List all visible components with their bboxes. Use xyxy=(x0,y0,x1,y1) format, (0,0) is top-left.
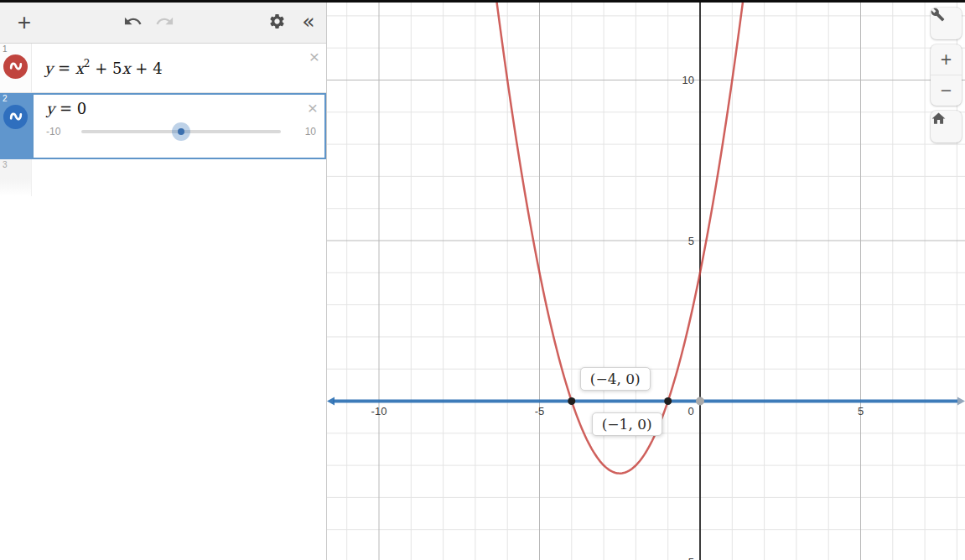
expression-text-1[interactable]: y = x2 + 5x + 4 xyxy=(44,59,326,77)
expression-content-1[interactable]: y = x2 + 5x + 4 × xyxy=(32,44,326,92)
graph-area[interactable]: -10-505105-5 (−4, 0)(−1, 0) + − xyxy=(327,3,965,560)
gear-icon xyxy=(268,13,286,33)
expression-gutter-3: 3 xyxy=(0,159,32,196)
expression-gutter-1: 1 xyxy=(0,44,32,92)
svg-text:10: 10 xyxy=(682,74,694,86)
expression-content-3[interactable] xyxy=(32,159,326,196)
collapse-sidebar-button[interactable]: « xyxy=(296,10,321,35)
intercept-point[interactable] xyxy=(568,397,575,405)
home-button[interactable] xyxy=(931,111,962,143)
zoom-in-button[interactable]: + xyxy=(931,44,962,75)
add-expression-button[interactable]: + xyxy=(12,10,37,35)
graph-svg: -10-505105-5 xyxy=(327,3,965,560)
remove-expression-2-button[interactable]: × xyxy=(308,99,318,117)
expression-content-2[interactable]: y = 0 × -10 10 xyxy=(32,93,326,159)
intercept-point[interactable] xyxy=(664,397,672,405)
slider-max-label[interactable]: 10 xyxy=(291,126,316,137)
svg-text:5: 5 xyxy=(688,235,694,247)
wrench-button[interactable] xyxy=(931,8,962,39)
redo-button[interactable] xyxy=(152,10,177,35)
zoom-panel: + − xyxy=(931,44,962,106)
zoom-out-button[interactable]: − xyxy=(931,75,962,106)
slider-track[interactable] xyxy=(81,130,281,133)
expression-icon-1[interactable] xyxy=(3,54,28,79)
svg-text:5: 5 xyxy=(858,405,864,417)
svg-text:-5: -5 xyxy=(535,405,545,417)
svg-text:-10: -10 xyxy=(371,405,387,417)
expression-number: 1 xyxy=(3,44,8,54)
expression-number: 3 xyxy=(3,160,8,169)
expression-text-2[interactable]: y = 0 xyxy=(46,100,324,117)
undo-icon xyxy=(123,12,143,34)
slider-row: -10 10 xyxy=(46,126,316,137)
sidebar-toolbar: + « xyxy=(0,3,326,44)
expression-icon-2[interactable] xyxy=(3,105,28,129)
expression-row-1[interactable]: 1 y = x2 + 5x + 4 × xyxy=(0,44,326,93)
expression-row-2[interactable]: 2 y = 0 × -10 10 xyxy=(0,93,326,159)
settings-gear-button[interactable] xyxy=(264,10,289,35)
remove-expression-1-button[interactable]: × xyxy=(309,48,319,65)
redo-icon xyxy=(155,12,174,34)
expression-row-3[interactable]: 3 xyxy=(0,159,326,196)
expression-number: 2 xyxy=(3,94,8,103)
svg-text:-5: -5 xyxy=(684,556,694,560)
expression-sidebar: + « 1 y = x2 + 5x xyxy=(0,3,327,560)
home-panel xyxy=(931,111,962,143)
graph-settings-panel xyxy=(931,8,962,39)
origin-point[interactable] xyxy=(696,397,704,406)
curve-wave-icon xyxy=(8,107,24,127)
expression-gutter-2: 2 xyxy=(0,93,32,159)
curve-wave-icon xyxy=(8,57,24,77)
slider-min-label[interactable]: -10 xyxy=(46,126,71,137)
svg-text:0: 0 xyxy=(687,405,693,417)
slider-handle[interactable] xyxy=(172,122,190,141)
undo-button[interactable] xyxy=(120,10,145,35)
